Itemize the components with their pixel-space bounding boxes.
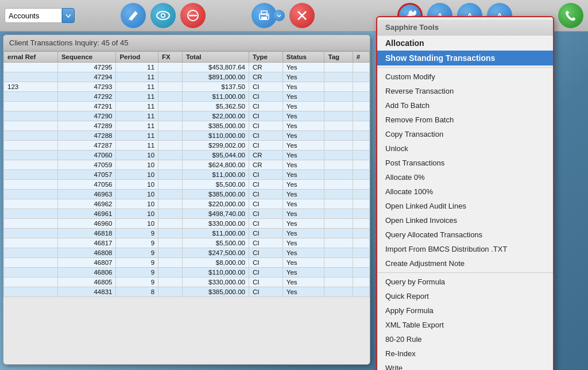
table-cell (353, 92, 369, 102)
menu-divider-1 (377, 67, 553, 68)
menu-item-open-linked-invoices[interactable]: Open Linked Invoices (377, 213, 553, 228)
menu-section-3: Query by Formula Quick Report Apply Form… (377, 275, 553, 370)
table-cell: CI (249, 111, 283, 121)
table-cell (324, 121, 353, 131)
table-row[interactable]: 468069$110,000.00CIYes (4, 268, 370, 278)
menu-item-copy-transaction[interactable]: Copy Transaction (377, 127, 553, 141)
table-cell (324, 102, 353, 111)
table-cell: 11 (116, 141, 158, 151)
menu-item-allocate-0[interactable]: Allocate 0% (377, 170, 553, 184)
table-cell (353, 229, 369, 238)
table-row[interactable]: 468189$11,000.00CIYes (4, 229, 370, 238)
table-row[interactable]: 448318$385,000.00CIYes (4, 287, 370, 297)
eye-button[interactable] (150, 3, 176, 28)
table-cell (4, 219, 58, 229)
table-cell: 11 (116, 131, 158, 141)
col-header-total: Total (182, 52, 249, 63)
menu-item-remove-from-batch[interactable]: Remove From Batch (377, 113, 553, 127)
table-row[interactable]: 468179$5,500.00CIYes (4, 238, 370, 248)
table-cell: $498,740.00 (182, 209, 249, 219)
table-cell (324, 229, 353, 238)
menu-item-query-formula[interactable]: Query by Formula (377, 275, 553, 289)
table-row[interactable]: 4696310$385,000.00CIYes (4, 190, 370, 199)
accounts-select-wrapper: Accounts (5, 8, 75, 23)
table-row[interactable]: 1234729311$137.50CIYes (4, 82, 370, 92)
table-row[interactable]: 4729011$22,000.00CIYes (4, 111, 370, 121)
table-row[interactable]: 4728911$385,000.00CIYes (4, 121, 370, 131)
table-cell (353, 219, 369, 229)
table-cell (158, 238, 183, 248)
accounts-select[interactable]: Accounts (5, 8, 62, 23)
table-row[interactable]: 4729511$453,807.64CRYes (4, 63, 370, 72)
table-row[interactable]: 4696110$498,740.00CIYes (4, 209, 370, 219)
table-row[interactable]: 4728711$299,002.00CIYes (4, 141, 370, 151)
table-cell: $11,000.00 (182, 170, 249, 180)
table-row[interactable]: 4696210$220,000.00CIYes (4, 199, 370, 209)
table-cell: CI (249, 229, 283, 238)
col-header-num: # (353, 52, 369, 63)
table-cell: Yes (283, 121, 324, 131)
table-cell (158, 63, 183, 72)
menu-section-2: Custom Modify Reverse Transaction Add To… (377, 70, 553, 271)
menu-item-create-adjustment[interactable]: Create Adjustment Note (377, 256, 553, 271)
table-cell: 10 (116, 209, 158, 219)
phone-button[interactable] (558, 3, 583, 28)
menu-item-reverse-transaction[interactable]: Reverse Transaction (377, 84, 553, 98)
menu-item-re-index[interactable]: Re-Index (377, 346, 553, 361)
table-cell (4, 170, 58, 180)
table-row[interactable]: 4696010$330,000.00CIYes (4, 219, 370, 229)
table-cell: Yes (283, 238, 324, 248)
menu-item-add-to-batch[interactable]: Add To Batch (377, 98, 553, 113)
menu-item-80-20-rule[interactable]: 80-20 Rule (377, 332, 553, 346)
table-cell (158, 248, 183, 258)
pencil-button[interactable] (121, 3, 146, 28)
menu-item-allocation[interactable]: Allocation (377, 36, 553, 51)
menu-item-query-allocated[interactable]: Query Allocated Transactions (377, 228, 553, 242)
accounts-dropdown-arrow[interactable] (62, 8, 75, 23)
table-row[interactable]: 4729211$11,000.00CIYes (4, 92, 370, 102)
table-row[interactable]: 4705710$11,000.00CIYes (4, 170, 370, 180)
cancel-button[interactable] (180, 3, 206, 28)
table-cell: 9 (116, 229, 158, 238)
menu-item-write[interactable]: Write (377, 361, 553, 370)
table-cell: $453,807.64 (182, 63, 249, 72)
table-row[interactable]: 4728811$110,000.00CIYes (4, 131, 370, 141)
menu-item-unlock[interactable]: Unlock (377, 141, 553, 156)
table-cell: Yes (283, 248, 324, 258)
table-cell: 46805 (57, 278, 116, 287)
menu-item-xml-export[interactable]: XML Table Export (377, 318, 553, 332)
table-cell (158, 268, 183, 278)
table-cell (324, 278, 353, 287)
table-row[interactable]: 4705610$5,500.00CIYes (4, 180, 370, 190)
menu-item-custom-modify[interactable]: Custom Modify (377, 70, 553, 84)
table-cell: CI (249, 278, 283, 287)
col-header-ref: ernal Ref (4, 52, 58, 63)
table-cell (4, 92, 58, 102)
menu-item-open-linked-audit[interactable]: Open Linked Audit Lines (377, 199, 553, 213)
table-cell: 47057 (57, 170, 116, 180)
menu-item-post-transactions[interactable]: Post Transactions (377, 156, 553, 170)
table-cell: $110,000.00 (182, 268, 249, 278)
table-cell: Yes (283, 160, 324, 170)
table-row[interactable]: 468059$330,000.00CIYes (4, 278, 370, 287)
menu-divider-2 (377, 272, 553, 273)
close-button[interactable] (289, 3, 315, 28)
table-cell: CI (249, 92, 283, 102)
table-cell: Yes (283, 278, 324, 287)
menu-item-apply-formula[interactable]: Apply Formula (377, 303, 553, 318)
table-row[interactable]: 4705910$624,800.00CRYes (4, 160, 370, 170)
menu-item-allocate-100[interactable]: Allocate 100% (377, 184, 553, 199)
table-cell: 123 (4, 82, 58, 92)
table-row[interactable]: 468089$247,500.00CIYes (4, 248, 370, 258)
print-dropdown-arrow[interactable] (273, 10, 285, 21)
menu-item-import-bmcs[interactable]: Import From BMCS Distribution .TXT (377, 242, 553, 256)
table-cell: $220,000.00 (182, 199, 249, 209)
table-cell: 9 (116, 248, 158, 258)
table-row[interactable]: 468079$8,000.00CIYes (4, 258, 370, 268)
menu-item-show-standing[interactable]: Show Standing Transactions (377, 51, 553, 65)
table-cell: $385,000.00 (182, 287, 249, 297)
table-row[interactable]: 4729411$891,000.00CRYes (4, 72, 370, 82)
menu-item-quick-report[interactable]: Quick Report (377, 289, 553, 303)
table-row[interactable]: 4729111$5,362.50CIYes (4, 102, 370, 111)
table-row[interactable]: 4706010$95,044.00CRYes (4, 151, 370, 160)
